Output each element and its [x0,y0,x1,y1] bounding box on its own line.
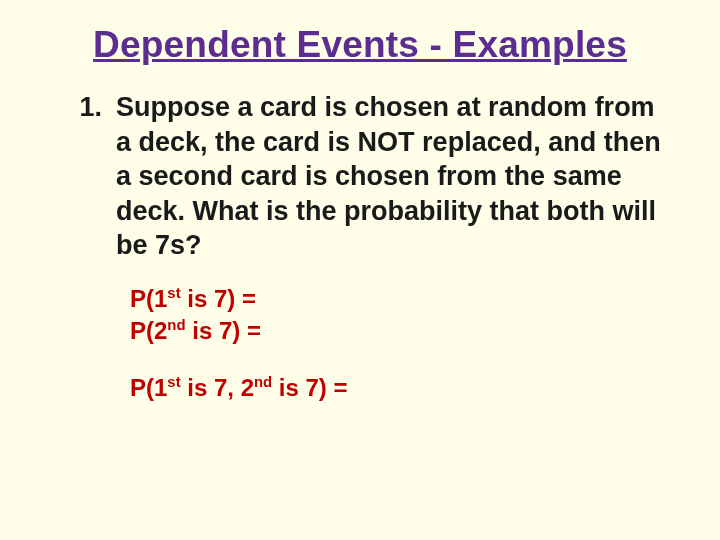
prob-line-1: P(1st is 7) = [130,283,670,315]
prob-line-3-b: is 7, 2 [181,374,254,401]
probability-block: P(1st is 7) = P(2nd is 7) = P(1st is 7, … [130,283,670,404]
page-title: Dependent Events - Examples [50,24,670,66]
prob-line-3-sup1: st [167,374,180,390]
question-row: 1. Suppose a card is chosen at random fr… [50,90,670,263]
prob-line-1-b: is 7) = [181,285,256,312]
prob-line-2-b: is 7) = [186,317,261,344]
prob-line-3-c: is 7) = [272,374,347,401]
question-text: Suppose a card is chosen at random from … [116,90,670,263]
prob-line-1-sup: st [167,285,180,301]
list-number: 1. [50,90,116,125]
prob-line-2: P(2nd is 7) = [130,315,670,347]
prob-line-1-a: P(1 [130,285,167,312]
prob-line-2-a: P(2 [130,317,167,344]
slide: Dependent Events - Examples 1. Suppose a… [0,0,720,540]
prob-line-3-a: P(1 [130,374,167,401]
prob-line-2-sup: nd [167,317,185,333]
prob-line-3-sup2: nd [254,374,272,390]
prob-line-3: P(1st is 7, 2nd is 7) = [130,372,670,404]
